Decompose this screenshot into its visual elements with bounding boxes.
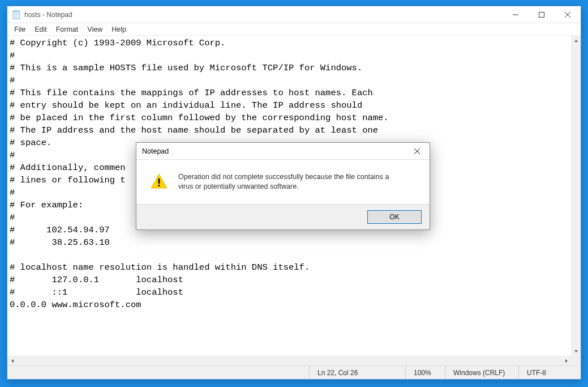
- svg-rect-12: [158, 178, 160, 184]
- vertical-scrollbar[interactable]: [571, 36, 581, 356]
- statusbar-spacer: [7, 366, 309, 379]
- dialog-message: Operation did not complete successfully …: [178, 172, 405, 192]
- scroll-track-horizontal[interactable]: [17, 356, 561, 365]
- status-line-ending: Windows (CRLF): [445, 366, 518, 379]
- dialog-titlebar[interactable]: Notepad: [136, 143, 430, 160]
- menu-view[interactable]: View: [83, 24, 107, 35]
- scroll-left-button[interactable]: [7, 356, 17, 365]
- scroll-up-button[interactable]: [571, 36, 581, 45]
- menu-format[interactable]: Format: [51, 24, 83, 35]
- status-zoom: 100%: [405, 366, 445, 379]
- scrollbar-corner: [571, 356, 581, 365]
- window-controls: [503, 6, 581, 23]
- maximize-button[interactable]: [529, 6, 555, 23]
- menubar: File Edit Format View Help: [7, 23, 581, 36]
- horizontal-scrollbar[interactable]: [7, 356, 581, 365]
- minimize-button[interactable]: [503, 6, 529, 23]
- close-button[interactable]: [555, 6, 581, 23]
- warning-icon: [150, 172, 168, 190]
- scroll-down-button[interactable]: [571, 346, 581, 356]
- menu-edit[interactable]: Edit: [30, 24, 51, 35]
- status-encoding: UTF-8: [518, 366, 581, 379]
- titlebar[interactable]: hosts - Notepad: [7, 6, 581, 23]
- menu-help[interactable]: Help: [107, 24, 131, 35]
- window-title: hosts - Notepad: [24, 11, 503, 19]
- menu-file[interactable]: File: [10, 24, 30, 35]
- statusbar: Ln 22, Col 26 100% Windows (CRLF) UTF-8: [7, 365, 581, 379]
- dialog-title: Notepad: [142, 147, 404, 155]
- dialog-close-button[interactable]: [404, 143, 430, 160]
- dialog-button-row: OK: [136, 204, 430, 229]
- scroll-track-vertical[interactable]: [571, 45, 581, 346]
- scroll-right-button[interactable]: [561, 356, 571, 365]
- svg-rect-1: [13, 11, 19, 12]
- notepad-icon: [12, 10, 21, 19]
- ok-button[interactable]: OK: [367, 210, 422, 224]
- error-dialog: Notepad Operation did not complete succe…: [136, 142, 430, 230]
- dialog-body: Operation did not complete successfully …: [136, 160, 430, 204]
- svg-rect-13: [158, 185, 160, 186]
- svg-rect-7: [539, 12, 544, 17]
- status-cursor-position: Ln 22, Col 26: [309, 366, 405, 379]
